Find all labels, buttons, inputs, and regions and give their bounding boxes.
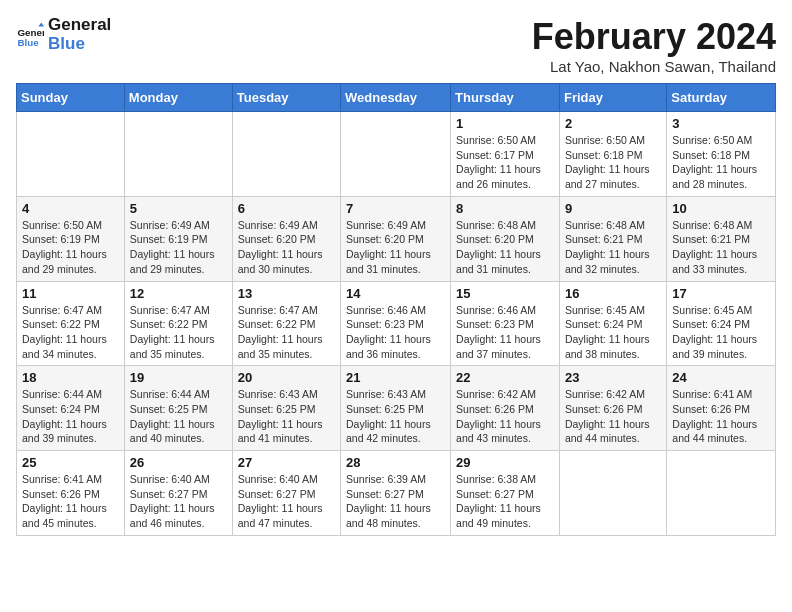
day-header-monday: Monday — [124, 84, 232, 112]
calendar-cell: 7Sunrise: 6:49 AM Sunset: 6:20 PM Daylig… — [341, 196, 451, 281]
calendar-cell: 29Sunrise: 6:38 AM Sunset: 6:27 PM Dayli… — [451, 451, 560, 536]
week-row-1: 1Sunrise: 6:50 AM Sunset: 6:17 PM Daylig… — [17, 112, 776, 197]
calendar-cell: 15Sunrise: 6:46 AM Sunset: 6:23 PM Dayli… — [451, 281, 560, 366]
calendar-cell — [667, 451, 776, 536]
day-info: Sunrise: 6:45 AM Sunset: 6:24 PM Dayligh… — [672, 303, 770, 362]
calendar-title: February 2024 — [532, 16, 776, 58]
day-info: Sunrise: 6:41 AM Sunset: 6:26 PM Dayligh… — [22, 472, 119, 531]
calendar-cell: 6Sunrise: 6:49 AM Sunset: 6:20 PM Daylig… — [232, 196, 340, 281]
week-row-5: 25Sunrise: 6:41 AM Sunset: 6:26 PM Dayli… — [17, 451, 776, 536]
week-row-2: 4Sunrise: 6:50 AM Sunset: 6:19 PM Daylig… — [17, 196, 776, 281]
calendar-cell: 1Sunrise: 6:50 AM Sunset: 6:17 PM Daylig… — [451, 112, 560, 197]
day-info: Sunrise: 6:44 AM Sunset: 6:25 PM Dayligh… — [130, 387, 227, 446]
day-info: Sunrise: 6:48 AM Sunset: 6:21 PM Dayligh… — [672, 218, 770, 277]
calendar-cell — [17, 112, 125, 197]
day-number: 14 — [346, 286, 445, 301]
day-number: 19 — [130, 370, 227, 385]
day-info: Sunrise: 6:40 AM Sunset: 6:27 PM Dayligh… — [238, 472, 335, 531]
calendar-table: SundayMondayTuesdayWednesdayThursdayFrid… — [16, 83, 776, 536]
calendar-cell: 3Sunrise: 6:50 AM Sunset: 6:18 PM Daylig… — [667, 112, 776, 197]
calendar-cell — [559, 451, 666, 536]
day-info: Sunrise: 6:49 AM Sunset: 6:19 PM Dayligh… — [130, 218, 227, 277]
calendar-cell: 13Sunrise: 6:47 AM Sunset: 6:22 PM Dayli… — [232, 281, 340, 366]
calendar-cell: 2Sunrise: 6:50 AM Sunset: 6:18 PM Daylig… — [559, 112, 666, 197]
day-info: Sunrise: 6:42 AM Sunset: 6:26 PM Dayligh… — [456, 387, 554, 446]
day-number: 10 — [672, 201, 770, 216]
header-row: SundayMondayTuesdayWednesdayThursdayFrid… — [17, 84, 776, 112]
day-number: 26 — [130, 455, 227, 470]
day-number: 12 — [130, 286, 227, 301]
day-number: 29 — [456, 455, 554, 470]
day-number: 1 — [456, 116, 554, 131]
logo-blue: Blue — [48, 35, 111, 54]
day-number: 18 — [22, 370, 119, 385]
day-info: Sunrise: 6:48 AM Sunset: 6:20 PM Dayligh… — [456, 218, 554, 277]
day-info: Sunrise: 6:43 AM Sunset: 6:25 PM Dayligh… — [346, 387, 445, 446]
calendar-cell: 28Sunrise: 6:39 AM Sunset: 6:27 PM Dayli… — [341, 451, 451, 536]
logo: General Blue General Blue — [16, 16, 111, 53]
calendar-cell: 16Sunrise: 6:45 AM Sunset: 6:24 PM Dayli… — [559, 281, 666, 366]
day-number: 7 — [346, 201, 445, 216]
svg-text:Blue: Blue — [17, 37, 39, 48]
calendar-cell: 5Sunrise: 6:49 AM Sunset: 6:19 PM Daylig… — [124, 196, 232, 281]
day-number: 24 — [672, 370, 770, 385]
day-number: 6 — [238, 201, 335, 216]
title-area: February 2024 Lat Yao, Nakhon Sawan, Tha… — [532, 16, 776, 75]
day-header-sunday: Sunday — [17, 84, 125, 112]
day-number: 25 — [22, 455, 119, 470]
calendar-cell: 8Sunrise: 6:48 AM Sunset: 6:20 PM Daylig… — [451, 196, 560, 281]
day-number: 3 — [672, 116, 770, 131]
calendar-cell: 23Sunrise: 6:42 AM Sunset: 6:26 PM Dayli… — [559, 366, 666, 451]
day-header-saturday: Saturday — [667, 84, 776, 112]
day-header-wednesday: Wednesday — [341, 84, 451, 112]
day-info: Sunrise: 6:50 AM Sunset: 6:17 PM Dayligh… — [456, 133, 554, 192]
day-number: 22 — [456, 370, 554, 385]
day-header-tuesday: Tuesday — [232, 84, 340, 112]
day-number: 9 — [565, 201, 661, 216]
calendar-cell: 18Sunrise: 6:44 AM Sunset: 6:24 PM Dayli… — [17, 366, 125, 451]
day-info: Sunrise: 6:38 AM Sunset: 6:27 PM Dayligh… — [456, 472, 554, 531]
calendar-cell: 27Sunrise: 6:40 AM Sunset: 6:27 PM Dayli… — [232, 451, 340, 536]
day-info: Sunrise: 6:49 AM Sunset: 6:20 PM Dayligh… — [346, 218, 445, 277]
day-number: 5 — [130, 201, 227, 216]
calendar-cell: 21Sunrise: 6:43 AM Sunset: 6:25 PM Dayli… — [341, 366, 451, 451]
day-number: 17 — [672, 286, 770, 301]
day-info: Sunrise: 6:48 AM Sunset: 6:21 PM Dayligh… — [565, 218, 661, 277]
calendar-cell: 20Sunrise: 6:43 AM Sunset: 6:25 PM Dayli… — [232, 366, 340, 451]
day-info: Sunrise: 6:42 AM Sunset: 6:26 PM Dayligh… — [565, 387, 661, 446]
logo-icon: General Blue — [16, 21, 44, 49]
day-info: Sunrise: 6:47 AM Sunset: 6:22 PM Dayligh… — [238, 303, 335, 362]
calendar-cell: 17Sunrise: 6:45 AM Sunset: 6:24 PM Dayli… — [667, 281, 776, 366]
day-number: 13 — [238, 286, 335, 301]
calendar-subtitle: Lat Yao, Nakhon Sawan, Thailand — [532, 58, 776, 75]
day-info: Sunrise: 6:46 AM Sunset: 6:23 PM Dayligh… — [346, 303, 445, 362]
day-number: 20 — [238, 370, 335, 385]
day-header-thursday: Thursday — [451, 84, 560, 112]
calendar-cell: 10Sunrise: 6:48 AM Sunset: 6:21 PM Dayli… — [667, 196, 776, 281]
day-number: 4 — [22, 201, 119, 216]
day-info: Sunrise: 6:40 AM Sunset: 6:27 PM Dayligh… — [130, 472, 227, 531]
svg-marker-2 — [38, 22, 44, 26]
day-number: 8 — [456, 201, 554, 216]
calendar-cell: 14Sunrise: 6:46 AM Sunset: 6:23 PM Dayli… — [341, 281, 451, 366]
day-header-friday: Friday — [559, 84, 666, 112]
calendar-cell: 26Sunrise: 6:40 AM Sunset: 6:27 PM Dayli… — [124, 451, 232, 536]
day-info: Sunrise: 6:50 AM Sunset: 6:18 PM Dayligh… — [672, 133, 770, 192]
day-info: Sunrise: 6:49 AM Sunset: 6:20 PM Dayligh… — [238, 218, 335, 277]
day-info: Sunrise: 6:50 AM Sunset: 6:18 PM Dayligh… — [565, 133, 661, 192]
logo-general: General — [48, 16, 111, 35]
calendar-cell: 25Sunrise: 6:41 AM Sunset: 6:26 PM Dayli… — [17, 451, 125, 536]
day-info: Sunrise: 6:39 AM Sunset: 6:27 PM Dayligh… — [346, 472, 445, 531]
calendar-cell: 22Sunrise: 6:42 AM Sunset: 6:26 PM Dayli… — [451, 366, 560, 451]
day-number: 21 — [346, 370, 445, 385]
calendar-cell — [341, 112, 451, 197]
calendar-cell — [124, 112, 232, 197]
day-info: Sunrise: 6:50 AM Sunset: 6:19 PM Dayligh… — [22, 218, 119, 277]
week-row-3: 11Sunrise: 6:47 AM Sunset: 6:22 PM Dayli… — [17, 281, 776, 366]
day-info: Sunrise: 6:47 AM Sunset: 6:22 PM Dayligh… — [22, 303, 119, 362]
day-info: Sunrise: 6:43 AM Sunset: 6:25 PM Dayligh… — [238, 387, 335, 446]
day-info: Sunrise: 6:45 AM Sunset: 6:24 PM Dayligh… — [565, 303, 661, 362]
calendar-cell: 19Sunrise: 6:44 AM Sunset: 6:25 PM Dayli… — [124, 366, 232, 451]
day-number: 11 — [22, 286, 119, 301]
page-header: General Blue General Blue February 2024 … — [16, 16, 776, 75]
